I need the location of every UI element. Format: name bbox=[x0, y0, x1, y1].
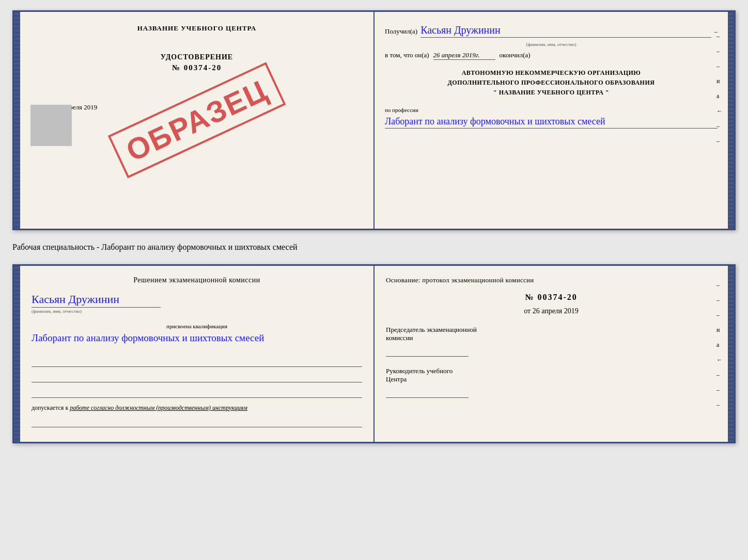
kassian-name-block: Касьян Дружинин (фамилия, имя, отчество) bbox=[32, 293, 362, 314]
rsc-2: – bbox=[716, 296, 723, 304]
udost-number: № 00374-20 bbox=[30, 63, 363, 72]
fio-subtitle-top: (фамилия, имя, отчество) bbox=[385, 42, 718, 47]
bottom-certificate-book: Решением экзаменационной комиссии Касьян… bbox=[12, 264, 736, 443]
photo-placeholder bbox=[30, 105, 72, 146]
kassian-name: Касьян Дружинин bbox=[32, 293, 161, 308]
sig-line-4 bbox=[32, 416, 362, 427]
rsc-7: – bbox=[716, 371, 723, 379]
cert-spine-left bbox=[14, 12, 20, 229]
udost-title: УДОСТОВЕРЕНИЕ bbox=[30, 53, 363, 61]
top-cert-left-panel: НАЗВАНИЕ УЧЕБНОГО ЦЕНТРА УДОСТОВЕРЕНИЕ №… bbox=[20, 12, 375, 229]
rukovoditel-signature-line bbox=[386, 388, 469, 398]
rukovoditel-block: Руководитель учебного Центра bbox=[386, 367, 716, 398]
cert-spine-right bbox=[728, 12, 734, 229]
org-block: АВТОНОМНУЮ НЕКОММЕРЧЕСКУЮ ОРГАНИЗАЦИЮ ДО… bbox=[385, 68, 718, 98]
org-line3: " НАЗВАНИЕ УЧЕБНОГО ЦЕНТРА " bbox=[385, 88, 718, 98]
poluchil-name: Касьян Дружинин bbox=[420, 24, 711, 38]
kvalif-value: Лаборант по анализу формовочных и шихтов… bbox=[32, 331, 362, 345]
side-char-3: – bbox=[716, 62, 723, 70]
rsc-3: – bbox=[716, 311, 723, 319]
ot-label: от bbox=[524, 307, 531, 315]
vydano-row: Выдано 26 апреля 2019 bbox=[30, 103, 363, 111]
vtom-row: в том, что он(а) 26 апреля 2019г. окончи… bbox=[385, 51, 718, 60]
vtom-label: в том, что он(а) bbox=[385, 51, 429, 59]
rsc-1: – bbox=[716, 281, 723, 289]
dopuskaetsya-label: допускается к bbox=[32, 404, 68, 411]
poluchil-label: Получил(а) bbox=[385, 27, 417, 36]
rsc-9: – bbox=[716, 401, 723, 409]
org-line1: АВТОНОМНУЮ НЕКОММЕРЧЕСКУЮ ОРГАНИЗАЦИЮ bbox=[385, 68, 718, 78]
po-professii-label: по профессии bbox=[385, 107, 418, 113]
side-chars: – – – и а ← – – bbox=[716, 33, 723, 145]
po-professii-block: по профессии Лаборант по анализу формово… bbox=[385, 106, 718, 129]
sig-line-3 bbox=[32, 387, 362, 398]
right-side-chars: – – – и а ← – – – bbox=[716, 281, 723, 409]
okoncil-label: окончил(а) bbox=[500, 51, 531, 59]
side-char-4: и bbox=[716, 77, 723, 85]
fio-subtitle-bottom: (фамилия, имя, отчество) bbox=[32, 309, 362, 314]
udostoverenie-block: УДОСТОВЕРЕНИЕ № 00374-20 bbox=[30, 53, 363, 72]
predsedatel-line1: Председатель экзаменационной bbox=[386, 326, 716, 334]
bottom-signature-lines bbox=[32, 356, 362, 398]
sig-line-1 bbox=[32, 356, 362, 367]
side-char-2: – bbox=[716, 47, 723, 55]
predsedatel-line2: комиссии bbox=[386, 334, 716, 342]
rsc-4: и bbox=[716, 326, 723, 334]
prisvoena-label: присвоена квалификация bbox=[32, 323, 362, 329]
protocol-date: от 26 апреля 2019 bbox=[386, 307, 716, 315]
sig-line-2 bbox=[32, 371, 362, 382]
top-cert-header: НАЗВАНИЕ УЧЕБНОГО ЦЕНТРА bbox=[30, 24, 363, 33]
side-char-6: ← bbox=[716, 107, 723, 115]
side-char-8: – bbox=[716, 137, 723, 145]
bottom-spine-right bbox=[728, 266, 734, 442]
protocol-number: № 00374-20 bbox=[386, 293, 716, 302]
side-char-7: – bbox=[716, 122, 723, 130]
bottom-spine-left bbox=[14, 266, 20, 442]
predsedatel-block: Председатель экзаменационной комиссии bbox=[386, 326, 716, 357]
dopuskaetsya-block: допускается к работе согласно должностны… bbox=[32, 404, 362, 412]
side-char-1: – bbox=[716, 33, 723, 40]
specialty-text: Рабочая специальность - Лаборант по анал… bbox=[12, 238, 736, 256]
resheniem-title: Решением экзаменационной комиссии bbox=[32, 276, 362, 284]
rsc-8: – bbox=[716, 386, 723, 394]
side-char-5: а bbox=[716, 92, 723, 100]
rukovoditel-line1: Руководитель учебного bbox=[386, 367, 716, 375]
obrazec-stamp: ОБРАЗЕЦ bbox=[108, 62, 286, 178]
bottom-cert-left-panel: Решением экзаменационной комиссии Касьян… bbox=[20, 266, 375, 442]
predsedatel-signature-line bbox=[386, 346, 469, 357]
osnovanie-title: Основание: протокол экзаменационной коми… bbox=[386, 276, 716, 284]
bottom-cert-right-panel: Основание: протокол экзаменационной коми… bbox=[375, 266, 728, 442]
org-line2: ДОПОЛНИТЕЛЬНОГО ПРОФЕССИОНАЛЬНОГО ОБРАЗО… bbox=[385, 78, 718, 88]
top-certificate-book: НАЗВАНИЕ УЧЕБНОГО ЦЕНТРА УДОСТОВЕРЕНИЕ №… bbox=[12, 10, 736, 230]
protocol-date-value: 26 апреля 2019 bbox=[533, 307, 579, 315]
vtom-date: 26 апреля 2019г. bbox=[433, 51, 495, 60]
prisvoena-block: присвоена квалификация Лаборант по анали… bbox=[32, 323, 362, 345]
dopuskaetsya-value: работе согласно должностным (производств… bbox=[70, 404, 247, 411]
mp-label: М.П. bbox=[30, 122, 363, 130]
rsc-5: а bbox=[716, 341, 723, 349]
top-cert-right-panel: Получил(а) Касьян Дружинин – (фамилия, и… bbox=[375, 12, 728, 229]
professiya-value: Лаборант по анализу формовочных и шихтов… bbox=[385, 115, 718, 129]
page-wrapper: НАЗВАНИЕ УЧЕБНОГО ЦЕНТРА УДОСТОВЕРЕНИЕ №… bbox=[12, 10, 736, 443]
poluchil-row: Получил(а) Касьян Дружинин – bbox=[385, 24, 718, 38]
rukovoditel-line2: Центра bbox=[386, 375, 716, 383]
rsc-6: ← bbox=[716, 356, 723, 364]
